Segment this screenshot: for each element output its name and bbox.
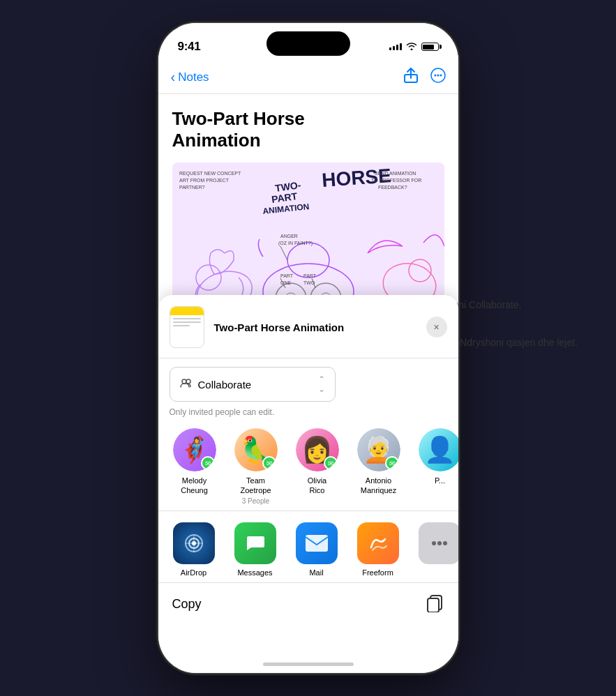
home-indicator (263, 663, 354, 666)
note-thumb-line (173, 321, 201, 323)
share-sheet: Two-Part Horse Animation × Collaborate ⌃… (158, 295, 458, 673)
wifi-icon (406, 41, 417, 52)
collaborate-label: Collaborate (198, 379, 313, 391)
avatar-melody: 🦸‍♀️ ✉ (173, 428, 216, 471)
signal-bar-4 (400, 43, 402, 50)
messages-icon (234, 522, 276, 564)
person-name-partial: P... (435, 476, 445, 485)
avatar-olivia: 👩 ✉ (296, 428, 339, 471)
close-button[interactable]: × (426, 317, 447, 338)
battery-icon (421, 43, 439, 51)
svg-text:PART: PART (303, 273, 317, 278)
copy-icon-button[interactable] (425, 593, 444, 616)
message-badge-icon: ✉ (266, 460, 272, 467)
airdrop-icon (173, 522, 215, 564)
svg-point-2 (434, 75, 436, 77)
bottom-actions: Copy (158, 583, 458, 626)
phone-frame: 9:41 ‹ Notes (158, 23, 458, 673)
collaborate-people-icon (180, 378, 193, 391)
app-more[interactable] (415, 522, 458, 577)
svg-text:ART FROM PROJECT: ART FROM PROJECT (179, 178, 230, 183)
svg-text:(OZ IN FAINT?): (OZ IN FAINT?) (278, 241, 313, 246)
annotation-text-permissions: Ndryshoni qasjen dhe lejet. (460, 337, 578, 348)
svg-text:PART: PART (280, 273, 294, 278)
close-icon: × (433, 321, 439, 333)
signal-bars-icon (389, 43, 402, 50)
signal-bar-2 (393, 46, 395, 50)
svg-rect-48 (428, 598, 439, 612)
note-title: Two-Part HorseAnimation (172, 108, 444, 151)
message-badge: ✉ (385, 456, 399, 470)
note-thumbnail (170, 306, 204, 348)
permissions-text: Only invited people can edit. (158, 402, 458, 423)
people-row: 🦸‍♀️ ✉ MelodyCheung 🦜 ✉ Team Zoetrope 3 … (158, 423, 458, 511)
person-sub-zoetrope: 3 People (242, 497, 269, 505)
message-badge: ✉ (262, 456, 276, 470)
svg-point-45 (437, 541, 442, 545)
app-messages[interactable]: Messages (231, 522, 280, 577)
collaborate-dropdown[interactable]: Collaborate ⌃⌄ (170, 367, 336, 402)
collaborate-chevron-icon: ⌃⌄ (318, 375, 325, 394)
note-thumb-line (173, 318, 201, 319)
mail-label: Mail (309, 568, 323, 577)
note-thumb-header (170, 307, 204, 315)
message-badge-icon: ✉ (205, 460, 211, 467)
back-arrow-icon: ‹ (171, 69, 176, 85)
svg-text:ANGER: ANGER (280, 234, 298, 239)
svg-rect-43 (306, 535, 328, 552)
battery-fill (423, 45, 434, 50)
message-badge-icon: ✉ (328, 460, 333, 467)
svg-text:PARTNER?: PARTNER? (179, 185, 205, 190)
svg-text:REQUEST NEW CONCEPT: REQUEST NEW CONCEPT (179, 171, 241, 176)
note-thumb-line (173, 325, 190, 326)
person-name-antonio: AntonioManriquez (361, 476, 396, 496)
airdrop-label: AirDrop (181, 568, 206, 577)
avatar-bg: 👤 (419, 428, 458, 471)
more-button[interactable] (430, 68, 446, 86)
person-antonio-manriquez[interactable]: 🧑‍🦳 ✉ AntonioManriquez (354, 428, 404, 505)
share-note-title: Two-Part Horse Animation (214, 321, 416, 333)
app-mail[interactable]: Mail (292, 522, 341, 577)
status-icons (389, 41, 439, 52)
svg-point-3 (437, 75, 439, 77)
person-melody-cheung[interactable]: 🦸‍♀️ ✉ MelodyCheung (170, 428, 220, 505)
svg-point-44 (432, 541, 436, 545)
person-team-zoetrope[interactable]: 🦜 ✉ Team Zoetrope 3 People (231, 428, 281, 505)
dynamic-island (266, 31, 350, 56)
message-badge-icon: ✉ (389, 460, 395, 467)
avatar-antonio: 🧑‍🦳 ✉ (357, 428, 400, 471)
freeform-icon (357, 522, 399, 564)
person-name-melody: MelodyCheung (181, 476, 208, 496)
svg-point-46 (443, 541, 447, 545)
svg-point-4 (440, 75, 442, 77)
apps-row: AirDrop Messages Mail (158, 511, 458, 583)
svg-text:FEEDBACK?: FEEDBACK? (378, 185, 407, 190)
share-header: Two-Part Horse Animation × (158, 295, 458, 358)
person-name-olivia: OliviaRico (308, 476, 327, 496)
app-freeform[interactable]: Freeform (354, 522, 403, 577)
nav-bar: ‹ Notes (158, 61, 458, 94)
avatar-zoetrope: 🦜 ✉ (234, 428, 278, 471)
person-olivia-rico[interactable]: 👩 ✉ OliviaRico (292, 428, 343, 505)
nav-actions (404, 68, 446, 86)
messages-label: Messages (237, 568, 272, 577)
signal-bar-1 (389, 47, 391, 50)
signal-bar-3 (396, 45, 398, 50)
svg-point-38 (182, 379, 186, 384)
status-time: 9:41 (178, 40, 201, 54)
back-button[interactable]: ‹ Notes (171, 69, 209, 85)
collaborate-row: Collaborate ⌃⌄ (158, 358, 458, 402)
app-airdrop[interactable]: AirDrop (170, 522, 218, 577)
back-label: Notes (178, 70, 209, 84)
person-partial[interactable]: 👤 P... (415, 428, 458, 505)
mail-icon (296, 522, 338, 564)
more-apps-icon (419, 522, 458, 564)
svg-text:TO PROFESSOR FOR: TO PROFESSOR FOR (371, 178, 421, 183)
share-button[interactable] (404, 68, 418, 86)
svg-point-39 (186, 379, 190, 384)
message-badge: ✉ (201, 456, 215, 470)
message-badge: ✉ (324, 456, 338, 470)
copy-button[interactable]: Copy (172, 597, 202, 612)
person-name-zoetrope: Team Zoetrope (231, 476, 281, 496)
avatar-partial: 👤 (419, 428, 458, 471)
